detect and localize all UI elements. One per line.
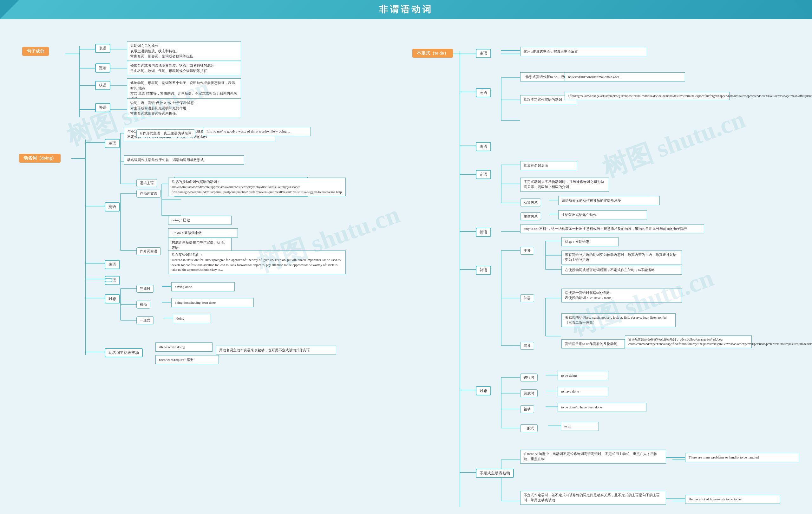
inf-attr-note2: 不定式动词为不及物动词时，且与被修饰词之间为动宾关系，则应加上相应的介词	[520, 178, 609, 191]
gerund-passive-active: 动名词主动表被动	[105, 348, 143, 357]
gerund-root: 动名词（doing）	[19, 154, 61, 163]
inf-common-verbs-full: afford/agree/aim/arrange/ask/attempt/beg…	[564, 92, 729, 100]
inf-subject-line	[501, 50, 520, 51]
inf-zhubuo-note3: 在使役动词或感官动词后面，不定式作主补时，to不能省略	[561, 266, 682, 275]
tense-passive-form: being done/having been done	[171, 298, 254, 307]
inf-obj-comp-label: 宾语后常用to do作宾补的及物动词	[561, 339, 625, 349]
mind-map: 句子成分 表语 系动词之后的成分，表示主语的性质、状态和特征。常由名词、形容词、…	[13, 22, 799, 514]
gerund-tense-empty	[105, 278, 112, 282]
prep-phrases: 常在某些词组后面：succeed in/insist on/ feel like…	[168, 250, 346, 274]
tense-general-line	[163, 318, 173, 319]
inf-passive: 被动	[520, 405, 534, 413]
inf-case2-example: He has a lot of housework to do today	[685, 495, 780, 504]
inf-causative: 后接复合宾语时省略to的情况：表使役的动词：let, have，make,	[561, 289, 682, 303]
buyu-label: 补语	[95, 103, 110, 112]
gerund-tense: 时态	[105, 294, 120, 303]
sentence-parts-root: 句子成分	[22, 47, 49, 56]
inf-progressive-line	[546, 375, 558, 375]
inf-passive-form: to be done/to have been done	[558, 403, 646, 412]
inf-verb-obj-content: 谓语所表示的动作被其后的宾语所承受	[558, 196, 660, 205]
biaoyu-label: 表语	[95, 44, 110, 53]
inf-verb-obj-rel-line	[549, 200, 558, 201]
infinitive-root: 不定式（to do）	[412, 49, 453, 58]
inf-perfect-form: to have done	[558, 387, 608, 396]
prep-object-note: 构成介词短语在句中作定语、状语、表语	[168, 238, 232, 252]
inf-subj-rel: 主谓关系	[520, 212, 541, 220]
inf-object: 宾语	[476, 88, 491, 97]
doing-meaning: doing：已做	[168, 216, 232, 225]
inf-subj-content: 主语发出谓语这个动作	[558, 210, 647, 219]
inf-predicative: 表语	[476, 142, 491, 151]
inf-passive-case1: 在there be 句型中，当动词不定式修饰词定语定语时，不定式用主动式，重点在…	[520, 450, 666, 463]
inf-zhubuo-note1: 标志：被动语态	[561, 237, 618, 246]
logical-subject: 逻辑主语	[136, 179, 157, 187]
gerund-object: 宾语	[105, 202, 120, 211]
inf-passive-line	[546, 406, 558, 407]
tense-general: 一般式	[136, 316, 154, 324]
inf-subj-rel-line	[549, 214, 558, 214]
inf-tense: 时态	[476, 386, 491, 395]
inf-attributive: 定语	[476, 170, 491, 179]
inf-verbs-short: believe/find/consider/make/think/feel	[564, 72, 685, 82]
tense-perfect-form: having done	[171, 282, 235, 292]
common-verbs-content: 常见的接动名词作宾语的动词：allow/admit/advise/advocat…	[168, 178, 346, 196]
inf-perfect: 完成时	[520, 389, 538, 397]
inf-general-form: to do	[561, 422, 599, 431]
tense-general-form: doing	[173, 314, 211, 323]
gerund-passive-note: 用动名词主动作宾语来表被动，也可用不定式被动式作宾语	[216, 345, 336, 355]
inf-zhubuo: 主补	[520, 247, 534, 254]
inf-progressive-form: to be doing	[558, 371, 608, 380]
inf-object-complement: 宾补	[520, 342, 534, 350]
inf-case1-example: There are many problems to handle/ to be…	[685, 453, 799, 462]
tense-perfect-line	[162, 286, 171, 286]
it-formal-example: It is no use/no good/ a waste of time/ w…	[203, 127, 311, 136]
todo-meaning: - to do：要做但未做	[168, 228, 238, 238]
inf-passive-active: 不定式主动表被动	[476, 468, 514, 478]
inf-zhubuo-note2: 带有宾语补足语的动词变为被动语态时，原宾语变为主语，原真正补足语变为主语补足语。	[561, 250, 682, 265]
inf-complement: 补语	[476, 266, 491, 275]
page-container: 非谓语动词 树图 shutu.cn 树图 shutu.cn 树图 shutu.c…	[0, 0, 812, 514]
dingyu-content: 修饰名词或者词语说明其性质、状态、或者特征的成分常由名词、数词、代词、形容词或介…	[127, 61, 241, 75]
prep-object-label: 作介词宾语	[136, 247, 161, 255]
inf-verb-obj-rel: 动宾关系	[520, 199, 541, 206]
inf-adv-content: only to do "不料"，这一结构表示一种出乎意料或与主观意愿相反的结果，…	[520, 224, 704, 233]
inf-adverbial: 状语	[476, 228, 491, 237]
tense-perfect: 完成时	[136, 285, 154, 293]
it-formal-subject: it 作形式主语，真正主语为动名词	[136, 129, 195, 137]
page-title: 非谓语动词	[379, 3, 433, 16]
inf-subject: 主语	[476, 49, 491, 58]
inf-case1-line	[666, 457, 685, 458]
tense-passive-line	[162, 302, 171, 303]
buyu-content: 说明主语、宾语"做什么"或"处于某种状态"，对主语或宾语起到充说明补充的作用，常…	[127, 98, 241, 118]
gerund-need: need/want/require "需要"	[155, 355, 219, 364]
zhuangyu-label: 状语	[95, 81, 110, 90]
biaoyu-content: 系动词之后的成分，表示主语的性质、状态和特征。常由名词、形容词、副词或者数词等担…	[127, 41, 241, 61]
inf-general-line	[548, 426, 561, 426]
inf-perfect-line	[546, 391, 558, 391]
gerund-subject-note2: 动名词词作主语常位于句首，谓语动词用单数形式	[124, 155, 244, 164]
inf-sensory: 表感官的动词see, watch, notice，look at, find, …	[561, 313, 676, 327]
inf-obj-comp-verbs: 宾语后常用to do作宾补的及物动词： advise/allow/arrange…	[625, 335, 752, 348]
inf-general: 一般式	[520, 424, 538, 432]
inf-gubuo: 补语	[520, 294, 534, 302]
title-banner: 非谓语动词	[0, 0, 812, 19]
dingyu-label: 定语	[95, 63, 110, 72]
inf-progressive: 进行时	[520, 373, 538, 382]
inf-subject-content: 常用it作形式主语，把真正主语后置	[520, 47, 647, 56]
gerund-subject: 主语	[105, 139, 120, 148]
inf-passive-case2: 不定式作定语时，若不定式习被修饰的词之间是动宾关系，且不定式的主语是句子的主语时…	[520, 491, 666, 505]
verb-object-label: 作动词宾语	[136, 190, 161, 198]
tense-passive: 被动	[136, 301, 150, 308]
inf-attr-note1: 常放在名词后面	[520, 161, 577, 170]
gerund-predicative: 表语	[105, 260, 120, 269]
inf-case2-line	[666, 498, 685, 499]
gerund-worth: sth be worth doing	[155, 342, 212, 352]
